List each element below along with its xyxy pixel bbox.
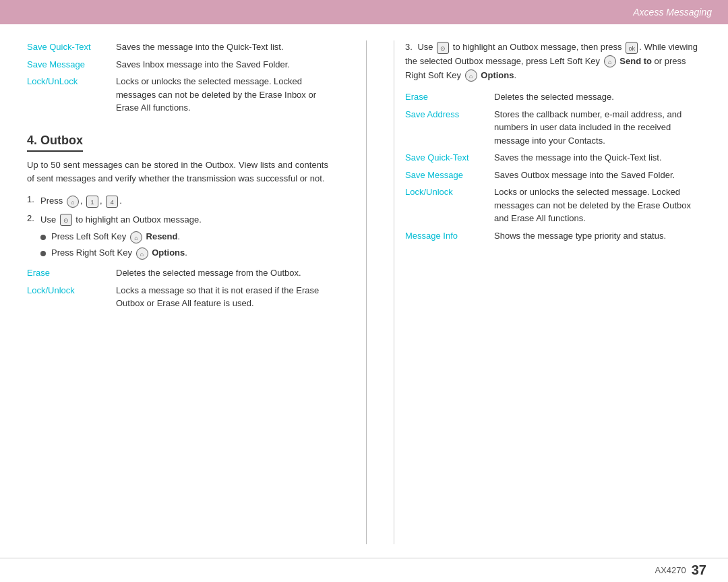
key-4ghi-icon: 4 [106,196,118,208]
options-label-2: Options [481,70,514,80]
footer-model: AX4270 [655,565,686,575]
key-1ok-icon: 1 [86,196,98,208]
desc-message-info: Shows the message type priority and stat… [494,229,706,243]
right-softkey-icon-2: ⌂ [465,69,477,82]
left-softkey-icon: ⌂ [130,231,142,243]
left-softkey-icon-2: ⌂ [604,55,616,67]
right-column: 3. Use ⊙ to highlight an Outbox message,… [394,40,706,544]
step-1: 1. Press ⌂, 1, 4. [27,194,328,208]
step-3-num: 3. [405,42,413,52]
footer-page: 37 [692,562,706,578]
header-title: Axcess Messaging [633,7,712,18]
main-content: Save Quick-Text Saves the message into t… [0,24,728,558]
step-1-num: 1. [27,194,38,204]
step-2-num: 2. [27,213,38,223]
def-table-right: Erase Deletes the selected message. Save… [405,90,706,242]
header-bar: Axcess Messaging [0,0,728,24]
desc-save-address: Stores the callback number, e-mail addre… [494,108,706,148]
step-1-content: Press ⌂, 1, 4. [40,194,328,208]
desc-erase-right: Deletes the selected message. [494,90,706,104]
desc-lock-unlock-right: Locks or unlocks the selected message. L… [494,185,706,225]
resend-label: Resend [146,232,178,242]
softkey-icon-1: ⌂ [67,196,79,208]
footer-bar: AX4270 37 [0,558,728,582]
step-2: 2. Use ⊙ to highlight an Outbox message. [27,213,328,227]
step-2-content: Use ⊙ to highlight an Outbox message. [40,213,328,227]
term-lock-unlock-1: Lock/UnLock [27,75,108,115]
right-softkey-icon-1: ⌂ [136,248,148,260]
term-save-address: Save Address [405,108,486,148]
term-message-info: Message Info [405,229,486,243]
bullet-options: Press Right Soft Key ⌂ Options. [40,248,328,260]
bullet-resend-text: Press Left Soft Key ⌂ Resend. [51,231,180,243]
term-erase-left: Erase [27,266,108,280]
desc-save-message-right: Saves Outbox message into the Saved Fold… [494,169,706,182]
term-save-message-right: Save Message [405,169,486,182]
term-save-quick-text-1: Save Quick-Text [27,40,108,54]
term-erase-right: Erase [405,90,486,104]
section-heading-outbox: 4. Outbox [27,134,83,152]
term-lock-unlock-right: Lock/Unlock [405,185,486,225]
nav-icon-2: ⊙ [437,42,449,54]
desc-save-quick-text-right: Saves the message into the Quick-Text li… [494,151,706,165]
left-column: Save Quick-Text Saves the message into t… [27,40,339,544]
step-3: 3. Use ⊙ to highlight an Outbox message,… [405,40,706,82]
bullet-resend: Press Left Soft Key ⌂ Resend. [40,231,328,243]
term-save-quick-text-right: Save Quick-Text [405,151,486,165]
desc-lock-unlock-left-2: Locks a message so that it is not erased… [116,284,328,310]
options-label-1: Options [152,248,185,258]
bullet-list: Press Left Soft Key ⌂ Resend. Press Righ… [40,231,328,260]
term-lock-unlock-left-2: Lock/Unlock [27,284,108,310]
send-to-label: Send to [619,56,652,66]
desc-save-quick-text-1: Saves the message into the Quick-Text li… [116,40,328,54]
def-table-top: Save Quick-Text Saves the message into t… [27,40,328,115]
bullet-options-text: Press Right Soft Key ⌂ Options. [51,248,187,260]
term-save-message-1: Save Message [27,58,108,71]
bullet-dot-2 [40,251,46,256]
column-divider [366,40,367,544]
nav-icon-1: ⊙ [60,214,72,226]
ok-icon: ok [626,42,638,54]
def-table-bottom-left: Erase Deletes the selected message from … [27,266,328,310]
bullet-dot-1 [40,235,46,240]
desc-lock-unlock-1: Locks or unlocks the selected message. L… [116,75,328,115]
outbox-body-para: Up to 50 sent messages can be stored in … [27,158,328,187]
desc-erase-left: Deletes the selected message from the Ou… [116,266,328,280]
desc-save-message-1: Saves Inbox message into the Saved Folde… [116,58,328,71]
